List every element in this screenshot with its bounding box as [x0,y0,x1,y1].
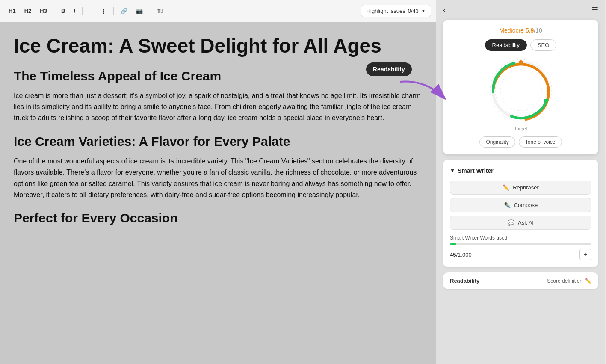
smart-writer-section: ▼ Smart Writer ⋮ ✏️ Rephraser ✒️ Compose… [443,160,598,267]
ask-ai-icon: 💬 [508,219,514,226]
tab-seo[interactable]: SEO [530,39,556,51]
italic-button[interactable]: I [70,6,79,16]
add-words-button[interactable]: + [579,249,591,260]
tab-readability[interactable]: Readability [485,39,527,51]
editor-content[interactable]: Ice Cream: A Sweet Delight for All Ages … [0,22,436,364]
score-value: 5.9 [526,27,534,34]
smart-writer-menu-button[interactable]: ⋮ [585,166,591,175]
bottom-readability-label: Readability [450,278,479,284]
ordered-list-icon: ≡ [89,8,93,14]
compose-icon: ✒️ [504,202,511,208]
rephraser-button[interactable]: ✏️ Rephraser [450,181,591,195]
image-button[interactable]: 📷 [133,6,146,16]
menu-button[interactable]: ☰ [591,5,598,15]
section1-heading: The Timeless Appeal of Ice Cream [14,69,423,83]
unordered-list-button[interactable]: ⋮ [98,6,110,16]
words-progress-bar [450,243,591,245]
gauge-svg [487,56,555,124]
score-tabs: Readability SEO [450,39,591,51]
ask-ai-button[interactable]: 💬 Ask AI [450,216,591,230]
section2-heading: Ice Cream Varieties: A Flavor for Every … [14,134,423,149]
highlight-issues-button[interactable]: Highlight issues 0/43 ▼ [361,5,431,17]
section2-body: One of the most wonderful aspects of ice… [14,156,423,201]
toolbar: H1 H2 H3 B I ≡ ⋮ 🔗 📷 Tͦ Highlight issues… [0,0,436,22]
bottom-bar-left: Readability [450,278,479,284]
target-label: Target [450,126,591,131]
words-count-row: 45/1,000 + [450,249,591,260]
svg-point-1 [490,59,552,121]
score-header: Mediocre 5.9/10 [450,27,591,34]
edit-icon: ✏️ [585,278,591,284]
compose-button[interactable]: ✒️ Compose [450,198,591,212]
unordered-list-icon: ⋮ [101,8,106,14]
bottom-pills: Originality Tone of voice [450,136,591,148]
editor-area: H1 H2 H3 B I ≡ ⋮ 🔗 📷 Tͦ Highlight issues… [0,0,436,364]
clear-format-icon: Tͦ [157,8,163,14]
smart-writer-header: ▼ Smart Writer ⋮ [450,166,591,175]
panel-top-bar: ‹ ☰ [436,0,605,20]
svg-point-7 [544,99,548,103]
words-progress-fill [450,243,456,245]
image-icon: 📷 [136,8,143,14]
highlight-count: 0/43 [408,8,419,14]
divider-4 [150,7,150,15]
h1-button[interactable]: H1 [5,6,19,16]
svg-point-3 [500,70,541,111]
link-icon: 🔗 [121,8,127,14]
section1-body: Ice cream is more than just a dessert; i… [14,90,423,124]
score-max: /10 [534,27,542,34]
svg-point-6 [519,60,523,65]
gauge-container [450,56,591,124]
quality-label: Mediocre [499,27,525,34]
highlight-issues-label: Highlight issues [367,8,405,14]
bottom-bar: Readability Score definition ✏️ [443,272,598,289]
score-definition-label: Score definition [547,278,582,284]
bottom-bar-right: Score definition ✏️ [547,278,591,284]
clear-format-button[interactable]: Tͦ [154,6,166,16]
tone-of-voice-pill[interactable]: Tone of voice [519,136,562,148]
divider-3 [113,7,114,15]
right-panel: ‹ ☰ Readability Mediocre 5.9/10 Readabil… [436,0,605,364]
article-title: Ice Cream: A Sweet Delight for All Ages [14,35,423,57]
bold-button[interactable]: B [58,6,68,16]
chevron-down-icon: ▼ [450,168,455,174]
words-used-label: Smart Writer Words used: [450,235,591,241]
score-card: Readability Mediocre 5.9/10 Readability … [443,20,598,154]
h2-button[interactable]: H2 [21,6,35,16]
link-button[interactable]: 🔗 [117,6,131,16]
h3-button[interactable]: H3 [36,6,50,16]
words-count: 45/1,000 [450,252,472,258]
ordered-list-button[interactable]: ≡ [86,6,96,16]
divider-2 [82,7,83,15]
smart-writer-title: ▼ Smart Writer [450,167,494,174]
section3-heading: Perfect for Every Occasion [14,211,423,225]
divider-1 [54,7,54,15]
rephraser-icon: ✏️ [503,184,509,191]
back-button[interactable]: ‹ [443,6,446,15]
chevron-down-icon: ▼ [421,9,426,13]
originality-pill[interactable]: Originality [479,136,515,148]
